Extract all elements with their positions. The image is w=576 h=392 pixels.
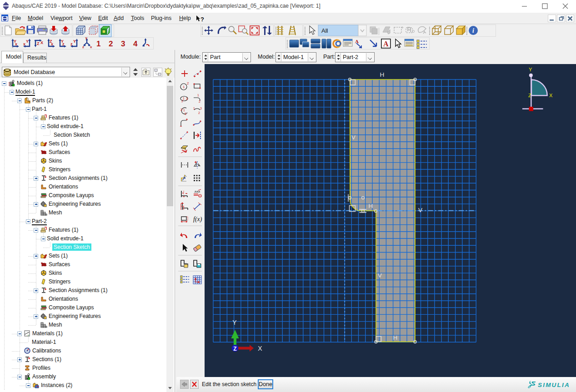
svg-text:?: ? <box>200 16 204 23</box>
svg-text:2: 2 <box>181 99 183 103</box>
svg-text:H: H <box>393 334 398 341</box>
svg-text:Y: Y <box>85 37 88 40</box>
svg-text:x: x <box>51 42 53 46</box>
svg-text:2: 2 <box>180 108 182 111</box>
svg-text:H: H <box>380 71 385 78</box>
svg-text:Y: Y <box>529 67 532 72</box>
svg-text:3: 3 <box>200 107 202 110</box>
svg-text:2: 2 <box>198 111 200 114</box>
svg-text:Y: Y <box>26 39 29 44</box>
svg-text:2: 2 <box>109 40 113 48</box>
svg-text:x: x <box>90 45 92 49</box>
svg-text:V: V <box>418 207 422 213</box>
svg-text:x: x <box>23 42 25 46</box>
svg-text:A: A <box>383 40 389 48</box>
svg-text:x: x <box>15 42 17 46</box>
svg-text:2: 2 <box>199 100 200 103</box>
svg-text:2: 2 <box>187 81 189 85</box>
svg-text:1: 1 <box>197 94 199 97</box>
svg-text:V: V <box>378 272 382 279</box>
svg-text:X: X <box>40 40 43 45</box>
svg-text:z: z <box>70 42 73 46</box>
svg-text:1: 1 <box>183 85 185 89</box>
svg-text:3: 3 <box>121 40 125 48</box>
svg-text:ε: ε <box>28 333 29 337</box>
svg-text:H: H <box>369 203 373 209</box>
svg-text:Y: Y <box>232 319 237 326</box>
svg-text:SIMULIA: SIMULIA <box>538 382 570 388</box>
svg-text:Z: Z <box>233 346 236 352</box>
svg-text:f(x): f(x) <box>193 216 202 223</box>
svg-text:Z: Z <box>528 93 531 98</box>
svg-text:3: 3 <box>185 112 186 115</box>
svg-text:z: z <box>82 45 84 49</box>
svg-text:Y: Y <box>73 39 76 44</box>
svg-text:3: 3 <box>186 97 188 100</box>
svg-text:4: 4 <box>133 40 138 48</box>
svg-text:X: X <box>549 93 553 98</box>
svg-text:i: i <box>472 27 474 34</box>
svg-text:1: 1 <box>183 109 185 112</box>
svg-text:V: V <box>351 134 356 141</box>
svg-text:1: 1 <box>96 40 100 48</box>
svg-text:1: 1 <box>193 107 195 110</box>
svg-text:X: X <box>258 345 262 352</box>
svg-text:Z: Z <box>37 41 40 46</box>
svg-text:All: All <box>321 27 328 34</box>
svg-text:z: z <box>62 42 65 46</box>
